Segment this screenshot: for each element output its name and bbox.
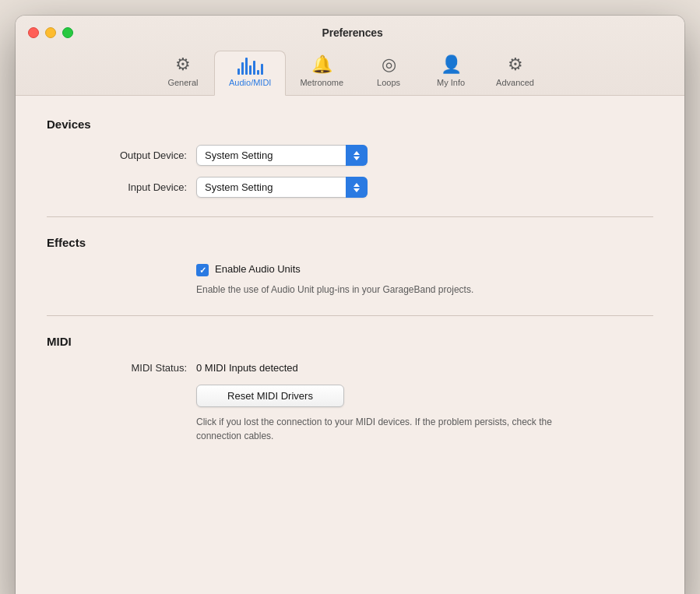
checkmark-icon: ✓ <box>199 265 206 276</box>
enable-audio-units-helper: Enable the use of Audio Unit plug-ins in… <box>196 283 570 297</box>
output-device-select[interactable]: System Setting <box>196 145 368 166</box>
enable-audio-units-label: Enable Audio Units <box>215 263 301 275</box>
input-device-select-wrapper: System Setting <box>196 177 368 198</box>
tab-loops-label: Loops <box>377 78 400 87</box>
input-device-label: Input Device: <box>47 181 187 193</box>
tab-audio-midi[interactable]: Audio/MIDI <box>214 51 286 96</box>
audio-bars-icon <box>237 58 263 75</box>
divider-1 <box>47 216 653 217</box>
effects-section-title: Effects <box>47 236 653 249</box>
loops-icon: ◎ <box>382 54 396 75</box>
tab-my-info[interactable]: 👤 My Info <box>420 48 482 95</box>
enable-audio-units-row: ✓ Enable Audio Units <box>196 263 653 276</box>
reset-midi-helper: Click if you lost the connection to your… <box>196 415 570 443</box>
advanced-gear-icon: ⚙ <box>508 54 523 75</box>
tab-general[interactable]: ⚙ General <box>152 48 214 95</box>
close-button[interactable] <box>28 27 39 38</box>
traffic-lights <box>28 27 73 38</box>
input-device-select[interactable]: System Setting <box>196 177 368 198</box>
midi-section-title: MIDI <box>47 335 653 348</box>
divider-2 <box>47 315 653 316</box>
devices-section-title: Devices <box>47 118 653 131</box>
enable-audio-units-checkbox[interactable]: ✓ <box>196 264 209 276</box>
window-title: Preferences <box>73 26 631 39</box>
minimize-button[interactable] <box>45 27 56 38</box>
tab-bar: ⚙ General Audio/MIDI 🔔 Metronome <box>152 48 548 95</box>
tab-metronome[interactable]: 🔔 Metronome <box>286 48 357 95</box>
tab-metronome-label: Metronome <box>300 78 343 87</box>
tab-general-label: General <box>167 78 198 87</box>
output-device-select-wrapper: System Setting <box>196 145 368 166</box>
tab-audio-midi-label: Audio/MIDI <box>229 78 271 87</box>
content-area: Devices Output Device: System Setting In… <box>16 96 684 594</box>
output-device-label: Output Device: <box>47 149 187 161</box>
midi-status-label: MIDI Status: <box>47 362 187 374</box>
midi-status-value: 0 MIDI Inputs detected <box>196 362 298 374</box>
metronome-icon: 🔔 <box>311 54 332 75</box>
input-device-row: Input Device: System Setting <box>47 177 653 198</box>
titlebar: Preferences ⚙ General Audio/MIDI <box>16 16 684 96</box>
tab-advanced[interactable]: ⚙ Advanced <box>482 48 548 95</box>
reset-midi-drivers-button[interactable]: Reset MIDI Drivers <box>196 385 344 407</box>
person-icon: 👤 <box>441 54 462 75</box>
output-device-row: Output Device: System Setting <box>47 145 653 166</box>
midi-status-row: MIDI Status: 0 MIDI Inputs detected <box>47 362 653 374</box>
gear-icon: ⚙ <box>175 54 191 75</box>
preferences-window: Preferences ⚙ General Audio/MIDI <box>16 16 684 594</box>
tab-advanced-label: Advanced <box>496 78 534 87</box>
maximize-button[interactable] <box>62 27 73 38</box>
tab-loops[interactable]: ◎ Loops <box>357 48 420 95</box>
tab-my-info-label: My Info <box>437 78 465 87</box>
